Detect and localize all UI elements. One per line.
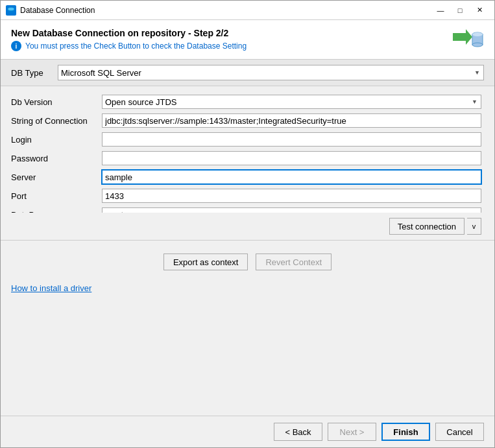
close-button[interactable]: ✕ [470, 3, 489, 18]
form-row-db-version: Db Version Open source JTDS [11, 94, 481, 110]
label-string-connection: String of Connection [11, 116, 102, 126]
header-icon-area [453, 28, 484, 53]
input-database[interactable] [102, 207, 481, 213]
window-title: Database Connection [20, 6, 431, 15]
svg-point-0 [8, 7, 14, 10]
db-type-select-wrapper: Microsoft SQL Server [58, 65, 484, 80]
input-password[interactable] [102, 151, 481, 165]
form-row-login: Login [11, 132, 481, 147]
link-area: How to install a driver [1, 277, 494, 300]
svg-marker-1 [453, 29, 472, 45]
context-buttons-area: Export as context Revert Context [1, 241, 494, 277]
label-server: Server [11, 172, 102, 182]
svg-point-4 [472, 43, 483, 47]
revert-context-button[interactable]: Revert Context [256, 253, 332, 270]
export-context-button[interactable]: Export as context [163, 253, 248, 270]
header-info: i You must press the Check Button to che… [11, 41, 247, 51]
test-connection-row: Test connection v [1, 213, 494, 240]
footer: < Back Next > Finish Cancel [1, 416, 494, 447]
input-server[interactable] [102, 170, 481, 184]
form-row-string-connection: String of Connection [11, 113, 481, 128]
maximize-button[interactable]: □ [450, 3, 470, 18]
db-version-select-wrapper: Open source JTDS [102, 95, 481, 109]
svg-point-5 [472, 32, 483, 36]
form-row-database: DataBase [11, 207, 481, 213]
db-header-icon [453, 28, 484, 53]
title-bar: Database Connection — □ ✕ [1, 1, 494, 20]
input-port[interactable] [102, 189, 481, 203]
label-login: Login [11, 135, 102, 145]
label-db-version: Db Version [11, 97, 102, 107]
form-scroll-area[interactable]: Db Version Open source JTDS String of Co… [1, 86, 494, 213]
spacer [1, 300, 494, 416]
label-database: DataBase [11, 210, 102, 213]
app-icon [6, 5, 16, 16]
header-left: New Database Connection on repository - … [11, 28, 247, 51]
header-title: New Database Connection on repository - … [11, 28, 247, 38]
test-connection-button[interactable]: Test connection [389, 218, 465, 235]
header-info-text: You must press the Check Button to check… [25, 41, 247, 51]
cancel-button[interactable]: Cancel [435, 423, 484, 441]
test-connection-v-button[interactable]: v [467, 218, 481, 235]
db-type-row: DB Type Microsoft SQL Server [1, 60, 494, 86]
minimize-button[interactable]: — [431, 3, 450, 18]
input-login[interactable] [102, 132, 481, 147]
form-row-port: Port [11, 188, 481, 204]
db-version-select[interactable]: Open source JTDS [102, 95, 481, 109]
db-type-label: DB Type [11, 68, 50, 78]
label-port: Port [11, 191, 102, 201]
window-controls: — □ ✕ [431, 3, 489, 18]
input-string-connection[interactable] [102, 113, 481, 128]
install-driver-link[interactable]: How to install a driver [11, 283, 91, 293]
form-inner: Db Version Open source JTDS String of Co… [1, 91, 494, 213]
label-password: Password [11, 154, 102, 163]
next-button[interactable]: Next > [328, 423, 376, 441]
finish-button[interactable]: Finish [381, 423, 430, 441]
form-row-server: Server [11, 169, 481, 185]
back-button[interactable]: < Back [274, 423, 322, 441]
db-type-select[interactable]: Microsoft SQL Server [58, 65, 484, 80]
info-icon: i [11, 41, 21, 51]
form-row-password: Password [11, 150, 481, 166]
header-section: New Database Connection on repository - … [1, 20, 494, 60]
main-window: Database Connection — □ ✕ New Database C… [0, 0, 495, 448]
